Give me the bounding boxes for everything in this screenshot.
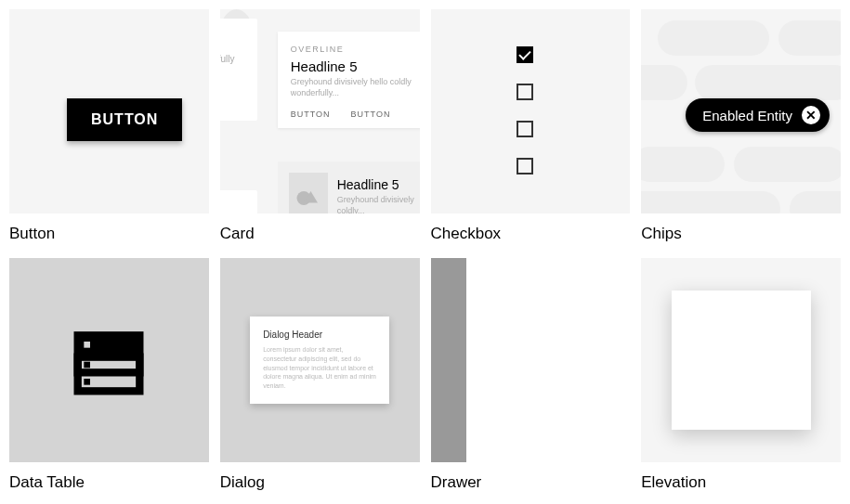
drawer-panel [431,258,466,462]
tile-label: Card [220,213,420,247]
media-thumb-icon [289,173,328,213]
checkbox-checked[interactable] [517,46,533,63]
data-table-icon [72,323,146,397]
tile-label: Chips [641,213,841,247]
tile-label: Button [9,213,209,247]
tile-drawer[interactable]: Drawer [431,258,631,496]
ghost-chip [641,147,725,182]
tile-label: Dialog [220,462,420,496]
ghost-chip [790,191,841,213]
elevation-preview [641,258,841,462]
drawer-preview [431,258,631,462]
button-preview: BUTTON [9,9,209,213]
checkbox-unchecked[interactable] [517,84,533,100]
component-grid: BUTTON Button fully OVERLINE Headline 5 … [0,0,850,504]
svg-rect-7 [85,379,91,385]
svg-rect-4 [85,342,91,348]
sample-card: OVERLINE Headline 5 Greyhound divisively… [278,32,420,128]
ghost-card [220,190,257,213]
ghost-chip [695,65,841,100]
ghost-chip [641,65,687,100]
ghost-chip [641,191,780,213]
card-body: Greyhound divisively hello coldly wonder… [291,77,420,98]
tile-label: Checkbox [431,213,631,247]
ghost-chip [734,147,841,182]
tile-card[interactable]: fully OVERLINE Headline 5 Greyhound divi… [220,9,420,247]
card-action-button[interactable]: BUTTON [351,110,391,119]
tile-chips[interactable]: Enabled Entity ✕ Chips [641,9,841,247]
tile-label: Data Table [9,462,209,496]
ghost-chip [658,20,769,56]
checkbox-unchecked[interactable] [517,158,533,174]
tile-label: Elevation [641,462,841,496]
dialog-preview: Dialog Header Lorem ipsum dolor sit amet… [220,258,420,462]
tile-dialog[interactable]: Dialog Header Lorem ipsum dolor sit amet… [220,258,420,496]
media-headline: Headline 5 [337,177,420,192]
tile-data-table[interactable]: Data Table [9,258,209,496]
tile-button[interactable]: BUTTON Button [9,9,209,247]
sample-chip[interactable]: Enabled Entity ✕ [686,98,830,132]
tile-checkbox[interactable]: Checkbox [431,9,631,247]
close-icon[interactable]: ✕ [802,106,820,124]
tile-label: Drawer [431,462,631,496]
card-overline: OVERLINE [291,45,420,54]
ghost-chip [778,20,841,56]
card-action-button[interactable]: BUTTON [291,110,331,119]
ghost-card: fully [220,19,257,121]
card-preview: fully OVERLINE Headline 5 Greyhound divi… [220,9,420,213]
sample-button[interactable]: BUTTON [67,98,182,141]
card-actions: BUTTON BUTTON [291,110,420,119]
sample-dialog: Dialog Header Lorem ipsum dolor sit amet… [250,317,389,404]
dialog-header: Dialog Header [263,330,376,340]
dialog-body: Lorem ipsum dolor sit amet, consectetur … [263,345,376,391]
chips-preview: Enabled Entity ✕ [641,9,841,213]
card-headline: Headline 5 [291,58,420,74]
tile-elevation[interactable]: Elevation [641,258,841,496]
svg-rect-6 [85,362,91,368]
chip-label: Enabled Entity [702,108,792,123]
media-body: Greyhound divisively coldly... [337,195,420,213]
checkbox-unchecked[interactable] [517,121,533,137]
checkbox-preview [431,9,631,213]
elevated-card [672,291,811,430]
sample-media-card: Headline 5 Greyhound divisively coldly..… [278,162,420,213]
data-table-preview [9,258,209,462]
